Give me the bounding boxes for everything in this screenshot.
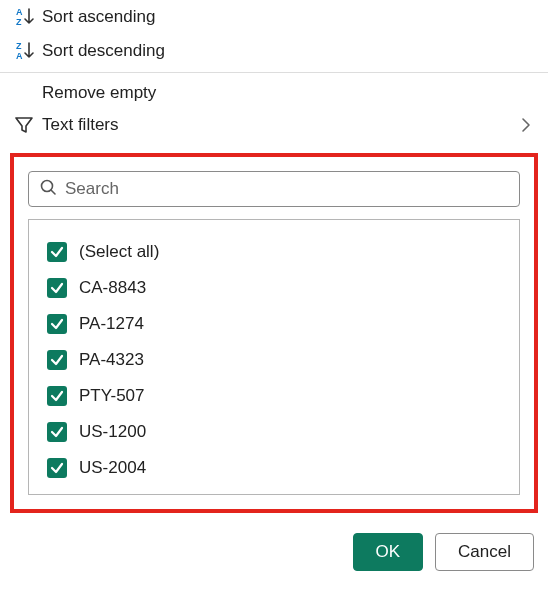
filter-value-row[interactable]: PA-4323	[47, 342, 501, 378]
sort-ascending-item[interactable]: A Z Sort ascending	[0, 0, 548, 34]
svg-text:A: A	[16, 7, 23, 17]
dialog-buttons: OK Cancel	[0, 523, 548, 585]
checkbox[interactable]	[47, 314, 67, 334]
svg-text:Z: Z	[16, 17, 22, 27]
search-box[interactable]	[28, 171, 520, 207]
filter-value-row[interactable]: (Select all)	[47, 234, 501, 270]
sort-descending-label: Sort descending	[42, 41, 165, 61]
remove-empty-label: Remove empty	[42, 83, 156, 103]
ok-button[interactable]: OK	[353, 533, 424, 571]
filter-value-row[interactable]: US-1200	[47, 414, 501, 450]
checkbox[interactable]	[47, 278, 67, 298]
sort-descending-item[interactable]: Z A Sort descending	[0, 34, 548, 68]
checkbox[interactable]	[47, 422, 67, 442]
text-filters-label: Text filters	[42, 115, 119, 135]
funnel-icon	[14, 115, 42, 135]
filter-value-label: PA-1274	[79, 314, 144, 334]
filter-value-label: (Select all)	[79, 242, 159, 262]
filter-values-panel: (Select all) CA-8843 PA-1274 PA-4323 PTY…	[10, 153, 538, 513]
svg-text:A: A	[16, 51, 23, 61]
sort-asc-icon: A Z	[14, 6, 42, 28]
svg-text:Z: Z	[16, 41, 22, 51]
filter-value-row[interactable]: PTY-507	[47, 378, 501, 414]
filter-value-row[interactable]: US-2004	[47, 450, 501, 486]
cancel-button[interactable]: Cancel	[435, 533, 534, 571]
sort-ascending-label: Sort ascending	[42, 7, 155, 27]
filter-value-label: PTY-507	[79, 386, 145, 406]
chevron-right-icon	[518, 117, 534, 133]
search-icon	[39, 178, 57, 200]
text-filters-item[interactable]: Text filters	[0, 109, 548, 141]
remove-empty-item[interactable]: Remove empty	[0, 77, 548, 109]
sort-desc-icon: Z A	[14, 40, 42, 62]
filter-values-list: (Select all) CA-8843 PA-1274 PA-4323 PTY…	[28, 219, 520, 495]
filter-value-label: US-2004	[79, 458, 146, 478]
filter-value-label: PA-4323	[79, 350, 144, 370]
filter-value-row[interactable]: CA-8843	[47, 270, 501, 306]
checkbox[interactable]	[47, 242, 67, 262]
divider	[0, 72, 548, 73]
filter-value-row[interactable]: PA-1274	[47, 306, 501, 342]
checkbox[interactable]	[47, 458, 67, 478]
search-input[interactable]	[65, 179, 509, 199]
checkbox[interactable]	[47, 350, 67, 370]
checkbox[interactable]	[47, 386, 67, 406]
filter-value-label: US-1200	[79, 422, 146, 442]
filter-value-label: CA-8843	[79, 278, 146, 298]
